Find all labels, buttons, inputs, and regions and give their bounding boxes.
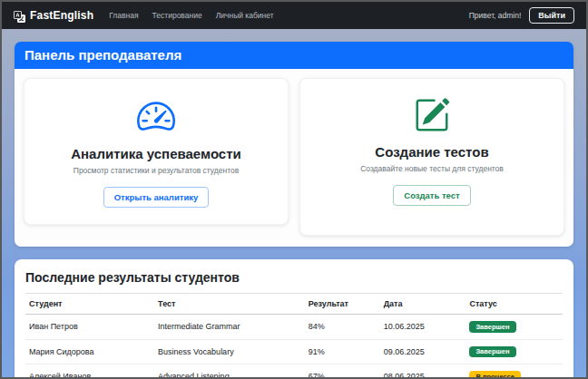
results-table: Студент Тест Результат Дата Статус Иван … [25,293,563,379]
user-greeting: Привет, admin! [469,11,522,20]
student-name: Мария Сидорова [25,339,154,364]
pencil-square-icon [414,97,450,137]
panel-body: Аналитика успеваемости Просмотр статисти… [15,69,573,247]
analytics-card-subtitle: Просмотр статистики и результатов студен… [35,166,277,175]
create-tests-card-title: Создание тестов [311,144,553,160]
score-value: 67% [305,364,380,379]
column-header-status: Статус [466,294,563,315]
status-badge: Завершен [469,321,515,333]
score-value: 84% [305,315,380,340]
navbar-right: Привет, admin! Выйти [469,7,574,24]
table-row: Алексей Иванов Advanced Listening 67% 08… [25,364,563,379]
student-name: Иван Петров [25,315,154,340]
table-row: Иван Петров Intermediate Grammar 84% 10.… [25,315,563,340]
nav-links: Главная Тестирование Личный кабинет [109,11,273,20]
navbar: FastEnglish Главная Тестирование Личный … [2,2,586,29]
translate-icon [14,10,25,22]
table-row: Мария Сидорова Business Vocabulary 91% 0… [25,339,563,364]
column-header-student: Студент [25,294,154,315]
create-tests-card-subtitle: Создавайте новые тесты для студентов [311,164,553,173]
column-header-test: Тест [154,294,305,315]
nav-link-testing[interactable]: Тестирование [152,11,202,20]
logout-button[interactable]: Выйти [529,7,574,24]
score-value: 91% [305,339,380,364]
speedometer-icon [137,97,175,139]
table-header-row: Студент Тест Результат Дата Статус [25,294,563,315]
results-panel: Последние результаты студентов Студент Т… [15,259,573,379]
date-value: 08.06.2025 [380,364,466,379]
column-header-score: Результат [305,294,380,315]
status-badge: Завершен [469,346,515,358]
date-value: 10.06.2025 [380,315,466,340]
student-name: Алексей Иванов [25,364,154,379]
page-title: Панель преподавателя [15,42,573,69]
date-value: 09.06.2025 [380,339,466,364]
test-name: Intermediate Grammar [154,315,305,340]
nav-link-account[interactable]: Личный кабинет [216,11,274,20]
analytics-card-title: Аналитика успеваемости [35,146,277,161]
open-analytics-button[interactable]: Открыть аналитику [103,187,210,208]
app-window: FastEnglish Главная Тестирование Личный … [0,0,588,379]
column-header-date: Дата [380,294,466,315]
create-tests-card: Создание тестов Создавайте новые тесты д… [299,78,564,236]
brand-label: FastEnglish [30,9,93,22]
nav-link-home[interactable]: Главная [109,11,138,20]
results-title: Последние результаты студентов [25,268,563,293]
analytics-card: Аналитика успеваемости Просмотр статисти… [24,78,289,225]
test-name: Business Vocabulary [154,339,305,364]
teacher-panel: Панель преподавателя Аналитика успеваемо… [15,42,573,247]
create-test-button[interactable]: Создать тест [393,185,470,206]
status-badge: В процессе [469,371,520,379]
main-content: Панель преподавателя Аналитика успеваемо… [2,29,586,379]
test-name: Advanced Listening [154,364,305,379]
brand[interactable]: FastEnglish [14,9,93,22]
